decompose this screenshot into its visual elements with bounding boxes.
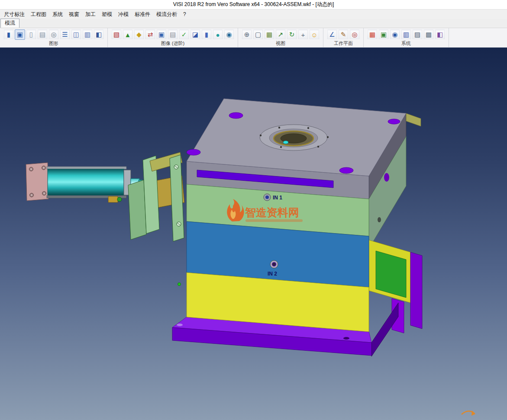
sphere-render-icon[interactable]: ● xyxy=(213,29,223,40)
toolbar-group-2: ⊕▢▦↗↻+☺视图 xyxy=(238,28,323,47)
core-plate-pin xyxy=(178,283,181,286)
hatch-pattern-icon[interactable]: ▨ xyxy=(412,29,423,40)
layer-manager-icon[interactable]: ▤ xyxy=(168,29,178,40)
measure-icon[interactable]: ↗ xyxy=(275,29,286,40)
section-view-icon[interactable]: ◪ xyxy=(190,29,200,40)
smiley-render-icon[interactable]: ☺ xyxy=(309,29,320,40)
window-title: VISI 2018 R2 from Vero Software x64 - 30… xyxy=(173,1,334,8)
save-document-icon[interactable]: ▯ xyxy=(26,29,36,40)
globe-settings-icon-glyph: ◉ xyxy=(392,31,397,38)
menu-item-standard-parts[interactable]: 标准件 xyxy=(132,10,153,19)
material-icon[interactable]: ◆ xyxy=(134,29,144,40)
watermark-text: 智造资料网 xyxy=(245,206,299,218)
cylinder-view-icon[interactable]: ◎ xyxy=(48,29,59,40)
render-mode-icon[interactable]: ▲ xyxy=(123,29,133,40)
shaded-view-icon[interactable]: ◉ xyxy=(224,29,234,40)
open-document-icon[interactable]: ▣ xyxy=(15,29,25,40)
texture-pattern-icon-glyph: ▩ xyxy=(426,31,432,38)
clamp-bolt-hole xyxy=(187,149,200,155)
texture-pattern-icon[interactable]: ▩ xyxy=(423,29,434,40)
copy-view-icon-glyph: ◫ xyxy=(73,31,79,38)
water-fitting-in2[interactable] xyxy=(270,260,278,268)
view-orientation-indicator[interactable] xyxy=(462,410,475,416)
base-slot-hole xyxy=(177,324,183,326)
bracket-back-plate[interactable] xyxy=(128,180,146,240)
workplane-edit-icon-glyph: ✎ xyxy=(341,31,346,38)
validate-icon-glyph: ✓ xyxy=(181,31,187,38)
ribbon: ▮▣▯▤◎☰◫▥◧图形▧▲◆⇄▣▤✓◪▮●◉图像 (进阶)⊕▢▦↗↻+☺视图∠✎… xyxy=(0,28,507,48)
workplane-origin-icon-glyph: ◎ xyxy=(352,31,357,38)
model-canvas[interactable]: IN 1 IN 2 xyxy=(0,48,507,420)
layer-list-icon[interactable]: ☰ xyxy=(60,29,70,40)
layer-manager-icon-glyph: ▤ xyxy=(170,31,176,38)
refresh-view-icon[interactable]: ↻ xyxy=(287,29,297,40)
menu-item-machining[interactable]: 加工 xyxy=(82,10,99,19)
paste-view-icon[interactable]: ▥ xyxy=(82,29,93,40)
support-pillar-strip[interactable] xyxy=(410,252,422,329)
mold-assembly: IN 1 IN 2 xyxy=(172,99,422,356)
new-document-icon-glyph: ▮ xyxy=(7,31,10,38)
annotation-icon-glyph: ▮ xyxy=(205,31,208,38)
cylinder-body[interactable] xyxy=(48,169,124,195)
page-setup-icon[interactable]: ▤ xyxy=(37,29,48,40)
swap-model-icon[interactable]: ⇄ xyxy=(145,29,155,40)
menu-item-drafting[interactable]: 工程图 xyxy=(28,10,49,19)
grid-settings-icon[interactable]: ▥ xyxy=(401,29,411,40)
workplane-angle-icon[interactable]: ∠ xyxy=(327,29,337,40)
sprue-pin xyxy=(283,141,288,144)
copy-view-icon[interactable]: ◫ xyxy=(71,29,81,40)
shaded-view-icon-glyph: ◉ xyxy=(226,31,232,38)
toolbar-group-3: ∠✎◎工作平面 xyxy=(323,28,364,47)
valve-knob xyxy=(117,197,122,202)
refresh-view-icon-glyph: ↻ xyxy=(289,31,295,38)
grid-settings-icon-glyph: ▥ xyxy=(403,31,409,38)
image-export-icon-glyph: ▣ xyxy=(381,31,387,38)
label-in1: IN 1 xyxy=(273,195,282,201)
menu-item-dimension[interactable]: 尺寸标注 xyxy=(1,10,28,19)
globe-settings-icon[interactable]: ◉ xyxy=(390,29,400,40)
annotation-icon[interactable]: ▮ xyxy=(201,29,212,40)
color-palette-icon-glyph: ▦ xyxy=(369,31,375,38)
toolbar-group-label-2: 视图 xyxy=(241,40,320,47)
menu-item-help[interactable]: ? xyxy=(180,10,189,18)
open-document-icon-glyph: ▣ xyxy=(17,31,23,38)
pan-view-icon[interactable]: + xyxy=(298,29,308,40)
zoom-in-icon[interactable]: ⊕ xyxy=(242,29,252,40)
menu-item-window[interactable]: 视窗 xyxy=(66,10,82,19)
toolbar-group-label-4: 系统 xyxy=(367,40,446,47)
image-export-icon[interactable]: ▣ xyxy=(378,29,389,40)
new-document-icon[interactable]: ▮ xyxy=(3,29,14,40)
title-bar: VISI 2018 R2 from Vero Software x64 - 30… xyxy=(0,0,507,10)
zoom-in-icon-glyph: ⊕ xyxy=(244,31,250,38)
guide-rail-cap[interactable] xyxy=(406,113,421,126)
paste-view-icon-glyph: ▥ xyxy=(84,31,90,38)
water-fitting-in1[interactable] xyxy=(264,194,271,201)
toolbar-group-label-3: 工作平面 xyxy=(326,40,360,47)
workplane-origin-icon[interactable]: ◎ xyxy=(349,29,360,40)
sphere-render-icon-glyph: ● xyxy=(216,31,220,38)
render-mode-icon-glyph: ▲ xyxy=(125,31,131,38)
zoom-window-icon[interactable]: ▢ xyxy=(253,29,263,40)
system-cube-icon-glyph: ◧ xyxy=(437,31,443,38)
menu-item-system[interactable]: 系统 xyxy=(49,10,66,19)
grid-toggle-icon[interactable]: ▦ xyxy=(264,29,274,40)
viewport[interactable]: IN 1 IN 2 xyxy=(0,48,507,420)
snapshot-icon[interactable]: ▣ xyxy=(156,29,167,40)
section-view-icon-glyph: ◪ xyxy=(192,31,198,38)
color-palette-icon[interactable]: ▦ xyxy=(367,29,378,40)
split-view-icon[interactable]: ◧ xyxy=(94,29,104,40)
right-face-hole xyxy=(384,173,389,182)
workplane-edit-icon[interactable]: ✎ xyxy=(338,29,349,40)
swap-model-icon-glyph: ⇄ xyxy=(148,31,153,38)
menu-item-molding[interactable]: 塑模 xyxy=(99,10,115,19)
smiley-render-icon-glyph: ☺ xyxy=(311,31,317,38)
wireframe-icon[interactable]: ▧ xyxy=(111,29,122,40)
system-cube-icon[interactable]: ◧ xyxy=(435,29,445,40)
tab-flow[interactable]: 模流 xyxy=(0,19,19,28)
snapshot-icon-glyph: ▣ xyxy=(158,31,165,38)
split-view-icon-glyph: ◧ xyxy=(96,31,102,38)
validate-icon[interactable]: ✓ xyxy=(179,29,189,40)
wireframe-icon-glyph: ▧ xyxy=(113,31,119,38)
menu-item-stamping[interactable]: 冲模 xyxy=(115,10,132,19)
menu-item-flow-analysis[interactable]: 模流分析 xyxy=(153,10,180,19)
